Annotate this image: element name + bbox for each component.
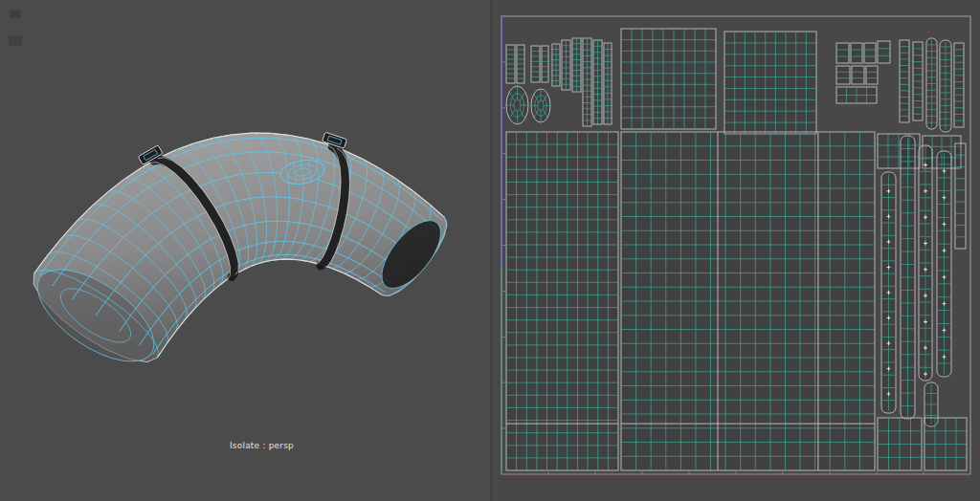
- uv-canvas: [492, 0, 980, 501]
- uv-editor-viewport[interactable]: [492, 0, 980, 501]
- perspective-canvas: [0, 0, 490, 501]
- isolate-mode-label: Isolate : persp: [230, 441, 294, 450]
- viewport-corner-marks: [9, 10, 22, 46]
- perspective-viewport[interactable]: Isolate : persp: [0, 0, 490, 501]
- maya-window: Isolate : persp: [0, 0, 980, 501]
